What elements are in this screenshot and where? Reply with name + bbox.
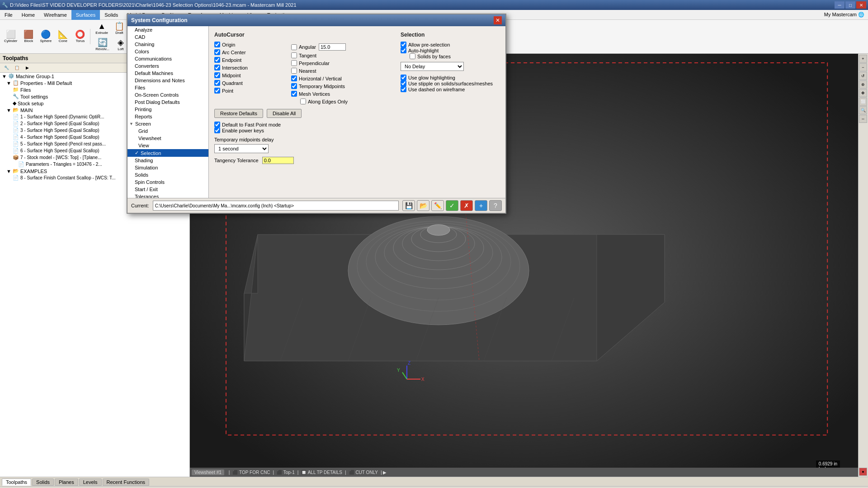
cb-temp-midpoints-label: Temporary Midpoints: [299, 84, 345, 89]
cb-point-input[interactable]: [214, 88, 220, 94]
cb-along-edges-input[interactable]: [300, 99, 306, 104]
cb-solids-by-faces-input[interactable]: [410, 53, 415, 59]
dialog-ok-button[interactable]: ✓: [446, 200, 458, 211]
restore-defaults-button[interactable]: Restore Defaults: [214, 109, 263, 118]
autocursor-right-col: Angular Tangent Perp: [291, 42, 359, 104]
dialog-load-button[interactable]: 📂: [417, 200, 429, 211]
dlg-tree-default-machines[interactable]: Default Machines: [127, 70, 208, 77]
dialog-overlay: System Configuration ✕ Analyze CAD Chain…: [0, 0, 868, 488]
autocursor-title: AutoCursor: [214, 32, 393, 38]
autocursor-columns: Origin Arc Center Endpoint: [214, 42, 393, 104]
cb-intersection-input[interactable]: [214, 65, 220, 70]
dlg-tree-dimensions[interactable]: Dimensions and Notes: [127, 77, 208, 84]
dialog-title-text: System Configuration: [131, 17, 188, 23]
dlg-tree-tolerances[interactable]: Tolerances: [127, 193, 208, 198]
cb-allow-presel-input[interactable]: [401, 42, 406, 47]
cb-temp-midpoints: Temporary Midpoints: [291, 83, 359, 89]
cb-horiz-vert: Horizontal / Vertical: [291, 75, 359, 81]
cb-perpendicular-input[interactable]: [291, 60, 297, 66]
cb-power-keys-input[interactable]: [214, 127, 220, 133]
cb-fast-point-input[interactable]: [214, 122, 220, 127]
cb-horiz-vert-input[interactable]: [291, 75, 297, 81]
dlg-tree-simulation[interactable]: Simulation: [127, 164, 208, 171]
tangency-row: Tangency Tolerance: [214, 157, 393, 164]
dialog-add-button[interactable]: +: [475, 200, 487, 211]
dlg-tree-grid[interactable]: Grid: [127, 127, 208, 135]
cb-power-keys-label: Enable power keys: [222, 128, 264, 133]
angular-value-input[interactable]: [319, 43, 346, 51]
cb-tangent-input[interactable]: [291, 52, 297, 58]
dlg-tree-files[interactable]: Files: [127, 84, 208, 91]
dlg-tree-colors[interactable]: Colors: [127, 48, 208, 55]
cb-quadrant-input[interactable]: [214, 80, 220, 86]
dialog-save-button[interactable]: 💾: [402, 200, 415, 211]
cb-quadrant-label: Quadrant: [222, 80, 243, 86]
selection-title: Selection: [401, 32, 500, 38]
cb-angular-input[interactable]: [291, 44, 297, 50]
cb-mesh-vertices-input[interactable]: [291, 91, 297, 97]
delay-dropdown[interactable]: 1 second 2 seconds 0.5 seconds No delay: [214, 144, 269, 153]
cb-angular-label: Angular: [299, 44, 316, 50]
dlg-tree-on-screen[interactable]: On-Screen Controls: [127, 91, 208, 99]
delay-section: Temporary midpoints delay 1 second 2 sec…: [214, 137, 393, 153]
screen-expand-icon: ▼: [129, 122, 133, 126]
cb-allow-presel: Allow pre-selection: [401, 42, 500, 47]
cb-midpoint-input[interactable]: [214, 72, 220, 78]
cb-arc-center-input[interactable]: [214, 49, 220, 55]
cb-tangent: Tangent: [291, 52, 359, 58]
cb-stipple-input[interactable]: [401, 80, 406, 86]
cb-power-keys: Enable power keys: [214, 127, 393, 133]
cb-nearest-input[interactable]: [291, 68, 297, 74]
cb-dashed-input[interactable]: [401, 86, 406, 92]
tangency-input[interactable]: [262, 157, 294, 164]
cb-allow-presel-label: Allow pre-selection: [408, 42, 450, 47]
autocursor-left-col: Origin Arc Center Endpoint: [214, 42, 282, 104]
cb-endpoint-input[interactable]: [214, 57, 220, 63]
options-section: Default to Fast Point mode Enable power …: [214, 122, 393, 133]
dlg-tree-viewsheet[interactable]: Viewsheet: [127, 135, 208, 142]
checkmark-icon: ✓: [135, 150, 139, 156]
dialog-close-button[interactable]: ✕: [494, 16, 502, 24]
cb-stipple-label: Use stipple on solids/surfaces/meshes: [408, 81, 493, 86]
angular-row: Angular: [291, 43, 359, 51]
dialog-cancel-button[interactable]: ✗: [460, 200, 473, 211]
dlg-tree-cad[interactable]: CAD: [127, 33, 208, 41]
dlg-tree-chaining[interactable]: Chaining: [127, 41, 208, 48]
dlg-tree-selection[interactable]: ✓ Selection: [127, 149, 208, 157]
dlg-tree-view[interactable]: View: [127, 142, 208, 149]
dialog-help-button[interactable]: ?: [489, 200, 502, 211]
dialog-edit-button[interactable]: ✏️: [431, 200, 444, 211]
no-delay-dropdown[interactable]: No Delay Short Delay Long Delay: [401, 62, 464, 71]
cb-auto-highlight-input[interactable]: [401, 47, 406, 53]
dialog-body: Analyze CAD Chaining Colors Communicatio…: [127, 26, 505, 198]
selection-section: Selection Allow pre-selection Auto-highl…: [401, 32, 500, 164]
cb-along-edges: Along Edges Only: [291, 99, 359, 104]
dlg-tree-printing[interactable]: Printing: [127, 106, 208, 113]
cb-perpendicular: Perpendicular: [291, 60, 359, 66]
dlg-tree-start-exit[interactable]: Start / Exit: [127, 186, 208, 193]
cb-horiz-vert-label: Horizontal / Vertical: [299, 76, 342, 81]
dlg-tree-converters[interactable]: Converters: [127, 62, 208, 70]
delay-label: Temporary midpoints delay: [214, 137, 393, 142]
dlg-tree-reports[interactable]: Reports: [127, 113, 208, 120]
highlighting-options: Use glow highlighting Use stipple on sol…: [401, 75, 500, 92]
dlg-tree-solids[interactable]: Solids: [127, 171, 208, 178]
cb-dashed: Use dashed on wireframe: [401, 86, 500, 92]
cb-origin-input[interactable]: [214, 42, 220, 47]
autocursor-section: AutoCursor Origin Arc Center: [214, 32, 393, 164]
cb-midpoint: Midpoint: [214, 72, 282, 78]
cb-arc-center: Arc Center: [214, 49, 282, 55]
dlg-tree-post-dialog[interactable]: Post Dialog Defaults: [127, 99, 208, 106]
dlg-tree-analyze[interactable]: Analyze: [127, 26, 208, 33]
dlg-tree-shading[interactable]: Shading: [127, 157, 208, 164]
cb-glow-input[interactable]: [401, 75, 406, 80]
cb-intersection: Intersection: [214, 65, 282, 70]
disable-all-button[interactable]: Disable All: [267, 109, 302, 118]
cb-temp-midpoints-input[interactable]: [291, 83, 297, 89]
dlg-tree-communications[interactable]: Communications: [127, 55, 208, 62]
dlg-tree-screen[interactable]: ▼ Screen: [127, 120, 208, 127]
cb-origin-label: Origin: [222, 42, 235, 47]
dlg-tree-spin-controls[interactable]: Spin Controls: [127, 178, 208, 186]
dialog-title-bar: System Configuration ✕: [127, 14, 505, 26]
cb-mesh-vertices-label: Mesh Vertices: [299, 91, 330, 97]
